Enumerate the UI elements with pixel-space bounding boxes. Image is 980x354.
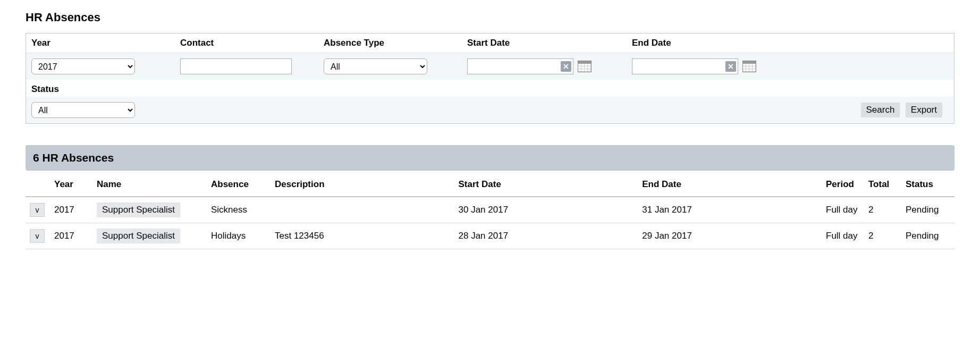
cell-period: Full day [822,197,864,223]
filter-label-absence-type: Absence Type [318,33,462,53]
filter-label-start-date: Start Date [462,33,627,53]
filter-label-contact: Contact [175,33,318,53]
end-date-input[interactable] [632,58,738,74]
absence-type-select[interactable]: All [324,58,427,74]
cell-status: Pending [901,223,954,249]
start-date-input[interactable] [467,58,573,74]
name-badge[interactable]: Support Specialist [97,203,180,217]
cell-total: 2 [864,197,901,223]
expand-row-button[interactable]: v [30,203,45,217]
table-row: v2017Support SpecialistSickness30 Jan 20… [26,197,954,223]
cell-description: Test 123456 [271,223,454,249]
export-button[interactable]: Export [906,103,942,117]
year-select[interactable]: 2017 [31,58,135,74]
col-description: Description [271,174,454,197]
col-total: Total [864,174,901,197]
calendar-icon[interactable] [578,61,592,72]
cell-year: 2017 [50,223,92,249]
col-status: Status [901,174,954,197]
cell-end-date: 29 Jan 2017 [638,223,822,249]
results-header: 6 HR Absences [26,145,954,171]
clear-start-date-icon[interactable]: ✕ [561,61,571,72]
col-absence: Absence [207,174,271,197]
col-period: Period [822,174,864,197]
cell-year: 2017 [50,197,92,223]
cell-start-date: 28 Jan 2017 [454,223,638,249]
page-title: HR Absences [26,11,954,24]
filter-label-status: Status [31,84,59,95]
name-badge[interactable]: Support Specialist [97,229,180,243]
cell-start-date: 30 Jan 2017 [454,197,638,223]
filter-label-end-date: End Date [627,33,954,53]
filter-label-year: Year [26,33,175,53]
contact-input[interactable] [180,58,292,74]
filter-panel: Year Contact Absence Type Start Date End… [26,33,954,124]
cell-end-date: 31 Jan 2017 [638,197,822,223]
results-table: Year Name Absence Description Start Date… [26,174,954,249]
col-start-date: Start Date [454,174,638,197]
status-select[interactable]: All [31,102,135,118]
cell-period: Full day [822,223,864,249]
col-year: Year [50,174,92,197]
table-row: v2017Support SpecialistHolidaysTest 1234… [26,223,954,249]
search-button[interactable]: Search [861,103,900,117]
cell-total: 2 [864,223,901,249]
expand-row-button[interactable]: v [30,229,45,243]
cell-status: Pending [901,197,954,223]
cell-absence: Sickness [207,197,271,223]
clear-end-date-icon[interactable]: ✕ [725,61,736,72]
calendar-icon[interactable] [742,61,756,72]
cell-absence: Holidays [207,223,271,249]
col-name: Name [92,174,207,197]
col-end-date: End Date [638,174,822,197]
cell-description [271,197,454,223]
